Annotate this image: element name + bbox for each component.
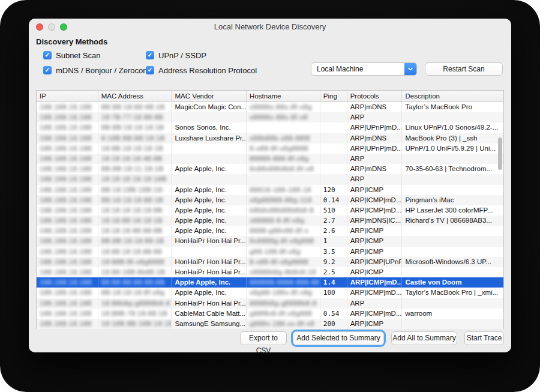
cell-protocols: ARP [347,112,403,122]
cell-protocols: ARP|ICMP|mD... [347,309,403,319]
add-selected-to-summary-button[interactable]: Add Selected to Summary [293,331,384,345]
redacted-text: 188.188.18.188 [40,102,92,112]
table-row[interactable]: 188.188.18.18818:18:18:18:18:8BApple App… [37,205,503,216]
cell-ip: 188.188.18.188 [37,298,98,309]
table-row[interactable]: 188.188.18.1888:18B:8B:8B:18:1BLuxshare … [37,133,503,143]
cell-description: 70-35-60-63 | Technodrom... [402,164,503,174]
table-row[interactable]: 188.188.18.1888B:8B:18:11:18:1BApple App… [37,164,503,174]
redacted-text: 18:88B:78:18:88:1B [101,309,168,319]
cell-protocols: ARP|UPnP|mD... [347,122,403,133]
device-table: IPMAC AddressMAC VendorHostnamePingProto… [36,90,504,329]
table-row[interactable]: 188.188.18.18818:18:18:18:18:18BARP [37,174,503,184]
table-row[interactable]: 188.188.18.18818:88b8g:g8888b8-8HonHaiPr… [37,298,503,309]
table-row[interactable]: 188.188.18.18818:18B:8B:18B:18:1BSamsung… [37,319,503,329]
cell-mac: 18:8B:18:18:18:1B [98,143,172,154]
column-header-protocols[interactable]: Protocols [347,91,403,101]
cell-description [402,298,503,309]
table-row[interactable]: 188.188.18.1888B:8B:18:88:4B:1BMagicCon … [37,102,503,112]
cell-ping [320,112,347,122]
table-row[interactable]: 188.188.18.18818:8B:18:18:18:1B8-x88-8f-… [37,143,503,154]
checkbox-label: Address Resolution Protocol [158,66,257,75]
redacted-text: 188.188.18.188 [40,216,92,226]
table-row[interactable]: 188.188.18.18818:88:18B:8b88:1BHonHaiPr … [37,267,503,277]
cell-mac-vendor [172,154,247,164]
table-row[interactable]: 188.188.18.18818:88B:78:18:88:1BCableMat… [37,309,503,319]
cell-description: HP LaserJet 300 colorMFP... [402,205,503,216]
redacted-text: 188.188.18.188 [40,226,92,236]
cell-ip: 188.188.18.188 [37,277,98,288]
redacted-text: 88818-188-188-18 [250,185,311,195]
cell-mac: 8B:18:18:18:88:1B [98,195,172,205]
cell-ip: 188.188.18.188 [37,133,98,143]
cell-mac: 18:7B:77:18:88:8B [98,112,172,122]
cell-protocols: ARP|ICMP [347,236,403,246]
scrollbar-thumb[interactable] [498,137,502,170]
close-button[interactable] [36,23,43,31]
cell-hostname: 8888-g88x88-8f-x [247,226,320,236]
table-row[interactable]: 188.188.18.18818:88B:8f-x8g8888HonHaiPr … [37,257,503,267]
table-row[interactable]: 188.188.18.18818:18:18:88:88:8BApple App… [37,226,503,236]
cell-mac-vendor: MagicCon Magic Con... [172,102,247,112]
table-row[interactable]: 188.188.18.1888B:18:18B:18B:18:Apple App… [37,185,503,195]
table-row[interactable]: 188.188.18.1888B:8B:18:18:18:1BSonos Son… [37,122,503,133]
minimize-button[interactable] [48,23,55,31]
column-header-mac-vendor[interactable]: MAC Vendor [172,91,247,101]
cell-hostname: b8b8x88b88b8b8-8 [247,205,320,216]
redacted-text: 8888b8g-g8888b8-8 [250,298,317,309]
export-to-csv-button[interactable]: Export to CSV [240,331,287,345]
redacted-text: 8B:18:18:18:88:1B [101,195,164,205]
table-row[interactable]: 188.188.18.18818:18:88:18:18:1BApple App… [37,216,503,226]
cell-ping: 0.14 [320,195,347,205]
redacted-text: 18:18:88:18:18:1B [101,216,163,226]
cell-mac: 18:18B:8B:18B:18:1B [98,319,172,329]
app-window: Local Network Device Discovery Discovery… [29,19,511,352]
restart-scan-button[interactable]: Restart Scan [425,62,503,76]
cell-protocols: ARP [347,174,403,184]
start-trace-button[interactable]: Start Trace [464,331,504,345]
table-header-row: IPMAC AddressMAC VendorHostnamePingProto… [37,91,503,102]
cell-description: MacBook Pro (3) | _ssh [402,133,503,143]
cell-hostname: g88-188-8f-x8g [247,247,320,257]
table-row[interactable]: 188.188.18.18818:7B:77:18:88:8Bx8888s-88… [37,112,503,122]
cell-description: Pingman’s iMac [402,195,503,205]
column-header-hostname[interactable]: Hostname [247,91,320,101]
add-all-to-summary-button[interactable]: Add All to Summary [391,331,457,345]
checkbox-subnet-scan[interactable]: ✓Subnet Scan [43,50,100,60]
cell-mac-vendor [172,143,247,154]
cell-ping: 200 [320,319,347,329]
cell-mac-vendor: Apple Apple, Inc. [172,205,247,216]
cell-description [402,236,503,246]
cell-ip: 188.188.18.188 [37,257,98,267]
cell-ping: 3.5 [320,247,347,257]
column-header-mac-address[interactable]: MAC Address [98,91,172,101]
cell-ip: 188.188.18.188 [37,216,98,226]
cell-ip: 188.188.18.188 [37,122,98,133]
checkbox-address-resolution-protocol[interactable]: ✓Address Resolution Protocol [146,65,257,75]
checkbox-upnp-ssdp[interactable]: ✓UPnP / SSDP [146,50,206,60]
redacted-text: 188.188.18.188 [40,143,92,154]
redacted-text: 8:18B:8B:8B:18:1B [101,133,165,143]
cell-protocols: ARP|ICMP [347,185,403,195]
column-header-ip[interactable]: IP [37,91,98,101]
column-header-ping[interactable]: Ping [320,91,347,101]
cell-hostname: 8-x88-8f-x8g8888 [247,257,320,267]
cell-mac: 8B:8B:18:11:18:1B [98,164,172,174]
checkbox-mdns-bonjour-zeroconf[interactable]: ✓mDNS / Bonjour / Zeroconf [43,65,149,75]
table-row[interactable]: 188.188.18.18818:18:18:18:48:8B88888-888… [37,154,503,164]
table-row[interactable]: 188.188.18.1888B:18:18:18:88:1BApple App… [37,195,503,205]
zoom-button[interactable] [60,23,67,31]
table-row[interactable]: 188.188.18.1888B:8B:18:18:88:1BHonHaiPr … [37,236,503,246]
cell-ip: 188.188.18.188 [37,112,98,122]
cell-ip: 188.188.18.188 [37,236,98,246]
cell-ping [320,164,347,174]
table-row[interactable]: 188.188.18.18818:88:18:18:88:88g88-188-8… [37,247,503,257]
table-row[interactable]: 188.188.18.1888B:18:18:18:8f:x8gApple Ap… [37,288,503,298]
cell-description: Taylor’s MacBook Pro | _xmi... [402,288,503,298]
cell-mac-vendor: Sonos Sonos, Inc. [172,122,247,133]
column-header-description[interactable]: Description [402,91,503,101]
interface-select[interactable]: Local Machine [311,62,417,76]
table-row[interactable]: 188.188.18.18888:88:88:88:88:8BApple App… [37,277,503,288]
redacted-text: 188.188.18.188 [40,164,92,174]
cell-protocols: ARP|mDNS|IC... [347,216,403,226]
cell-description: UPnP/1.0 UniFi/5.9.29 | Uni... [402,143,503,154]
